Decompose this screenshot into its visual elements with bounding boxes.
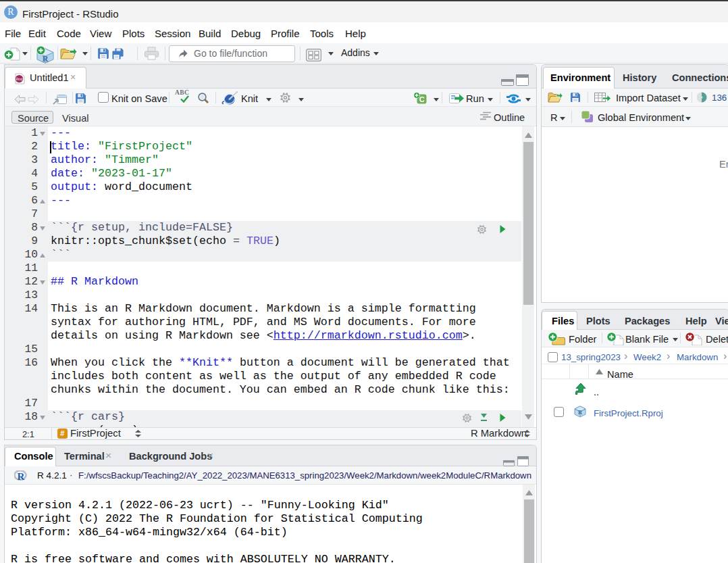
svg-text:R: R [578, 409, 583, 416]
svg-text:R: R [43, 54, 49, 64]
svg-text:R: R [18, 471, 25, 481]
svg-text:Rmd: Rmd [16, 78, 23, 81]
svg-text:C: C [419, 95, 425, 103]
